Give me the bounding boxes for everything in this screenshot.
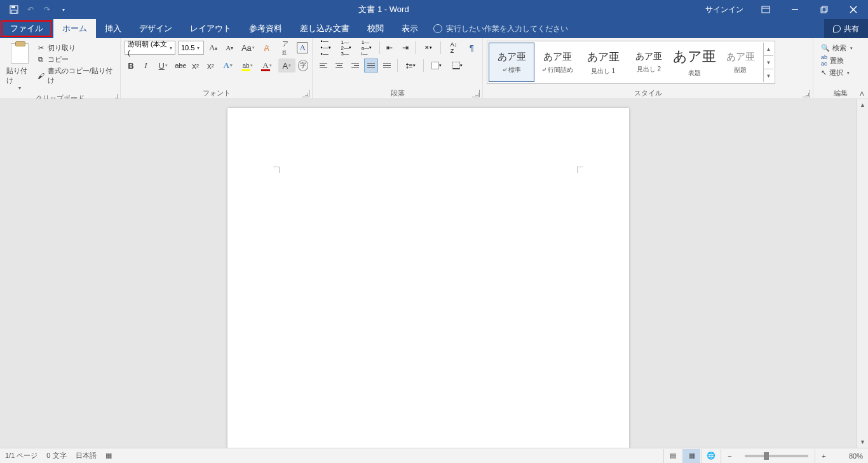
char-border-button[interactable]: A — [297, 42, 308, 53]
clear-formatting-button[interactable]: A̷ — [260, 41, 273, 55]
sort-button[interactable]: A↓Z — [444, 41, 463, 55]
style-subtitle[interactable]: あア亜副題 — [717, 43, 763, 82]
dialog-launcher-icon[interactable] — [472, 90, 480, 97]
svg-rect-1 — [11, 6, 15, 8]
save-icon[interactable] — [8, 3, 20, 16]
text-effects-button[interactable]: A▾ — [219, 59, 236, 73]
undo-icon[interactable]: ↶ — [24, 3, 37, 16]
superscript-button[interactable]: x2 — [205, 59, 217, 73]
dialog-launcher-icon[interactable] — [302, 90, 309, 97]
copy-button[interactable]: ⧉コピー — [36, 55, 115, 64]
styles-label: スタイル — [634, 88, 662, 98]
bold-button[interactable]: B — [125, 59, 137, 73]
gallery-down-icon[interactable]: ▼ — [764, 56, 773, 69]
document-page[interactable] — [227, 108, 629, 448]
show-marks-button[interactable]: ¶ — [465, 41, 478, 55]
read-mode-icon[interactable]: ▤ — [663, 449, 681, 463]
web-layout-icon[interactable]: 🌐 — [702, 449, 719, 463]
enclose-char-button[interactable]: 字 — [298, 60, 308, 71]
tab-layout[interactable]: レイアウト — [181, 19, 240, 38]
style-heading2[interactable]: あア亜見出し 2 — [626, 43, 672, 82]
borders-button[interactable]: ▾ — [448, 59, 467, 73]
share-button[interactable]: 共有 — [824, 19, 868, 38]
tab-review[interactable]: 校閲 — [358, 19, 393, 38]
zoom-in-button[interactable]: + — [815, 449, 832, 463]
multilevel-list-button[interactable]: 1— a— i—▾ — [357, 41, 376, 55]
gallery-more-icon[interactable]: ▼ — [764, 69, 773, 82]
group-paragraph: •—•—•—▾ 1—2—3—▾ 1— a— i—▾ ⇤ ⇥ ✕▾ A↓Z ¶ — [313, 38, 483, 99]
share-label: 共有 — [844, 24, 859, 34]
zoom-out-button[interactable]: − — [721, 449, 738, 463]
font-size-combo[interactable]: 10.5▾ — [178, 41, 204, 55]
subscript-button[interactable]: x2 — [189, 59, 202, 73]
scroll-down-icon[interactable]: ▼ — [857, 436, 868, 448]
vertical-scrollbar[interactable]: ▲ ▼ — [857, 99, 868, 448]
margin-corner-icon — [273, 167, 280, 173]
font-name-combo[interactable]: 游明朝 (本文(▾ — [125, 41, 175, 55]
line-spacing-button[interactable]: ‡≡▾ — [401, 59, 420, 73]
asian-layout-button[interactable]: ✕▾ — [419, 41, 437, 55]
replace-button[interactable]: abac置換 — [821, 54, 853, 67]
quick-access-toolbar: ↶ ↷ ▾ — [0, 3, 70, 16]
bullets-button[interactable]: •—•—•—▾ — [316, 41, 335, 55]
brush-icon: 🖌 — [36, 71, 44, 80]
grow-font-button[interactable]: A▴ — [207, 41, 220, 55]
increase-indent-button[interactable]: ⇥ — [398, 41, 412, 55]
tab-mailings[interactable]: 差し込み文書 — [291, 19, 358, 38]
style-heading1[interactable]: あア亜見出し 1 — [580, 43, 626, 82]
ribbon: 貼り付け ▾ ✂切り取り ⧉コピー 🖌書式のコピー/貼り付け クリップボード 游… — [0, 38, 868, 99]
cut-button[interactable]: ✂切り取り — [36, 43, 115, 53]
decrease-indent-button[interactable]: ⇤ — [383, 41, 396, 55]
format-painter-button[interactable]: 🖌書式のコピー/貼り付け — [36, 66, 115, 85]
distributed-button[interactable] — [380, 59, 394, 73]
tab-design[interactable]: デザイン — [130, 19, 181, 38]
maximize-icon[interactable] — [810, 0, 839, 19]
justify-button[interactable] — [364, 59, 378, 73]
zoom-slider[interactable] — [745, 455, 808, 457]
char-shading-button[interactable]: A▾ — [278, 59, 295, 73]
change-case-button[interactable]: Aa▾ — [239, 41, 257, 55]
style-nospacing[interactable]: あア亜⤶ 行間詰め — [534, 43, 580, 82]
paste-button[interactable]: 貼り付け ▾ — [4, 41, 35, 92]
collapse-ribbon-icon[interactable]: ᐱ — [860, 90, 864, 97]
signin-button[interactable]: サインイン — [698, 4, 751, 15]
highlight-button[interactable]: ab▾ — [239, 59, 256, 73]
gallery-up-icon[interactable]: ▲ — [764, 43, 773, 56]
zoom-level[interactable]: 80% — [834, 452, 863, 460]
page-count[interactable]: 1/1 ページ — [5, 451, 37, 460]
word-count[interactable]: 0 文字 — [46, 451, 66, 460]
tab-home[interactable]: ホーム — [53, 19, 96, 38]
chevron-down-icon: ▾ — [197, 45, 200, 51]
tab-insert[interactable]: 挿入 — [96, 19, 130, 38]
tab-references[interactable]: 参考資料 — [240, 19, 291, 38]
select-button[interactable]: ↖選択▾ — [821, 68, 853, 78]
phonetic-guide-button[interactable]: ア亜 — [276, 41, 294, 55]
shading-button[interactable]: ▾ — [427, 59, 446, 73]
underline-button[interactable]: U▾ — [154, 59, 172, 73]
italic-button[interactable]: I — [140, 59, 153, 73]
dialog-launcher-icon[interactable] — [803, 90, 810, 97]
align-center-button[interactable] — [332, 59, 346, 73]
language-status[interactable]: 日本語 — [76, 451, 97, 460]
redo-icon[interactable]: ↷ — [41, 3, 53, 16]
style-normal[interactable]: あア亜⤶ 標準 — [489, 43, 534, 82]
numbering-button[interactable]: 1—2—3—▾ — [337, 41, 355, 55]
style-title[interactable]: あア亜表題 — [672, 43, 717, 82]
group-clipboard: 貼り付け ▾ ✂切り取り ⧉コピー 🖌書式のコピー/貼り付け クリップボード — [0, 38, 121, 99]
find-button[interactable]: 🔍検索▾ — [821, 43, 853, 53]
ribbon-display-icon[interactable] — [751, 0, 780, 19]
tab-view[interactable]: 表示 — [393, 19, 427, 38]
strikethrough-button[interactable]: abc — [174, 59, 187, 73]
align-left-button[interactable] — [316, 59, 330, 73]
tab-file[interactable]: ファイル — [1, 20, 52, 37]
macro-status-icon[interactable]: ▦ — [105, 452, 112, 460]
scroll-up-icon[interactable]: ▲ — [857, 99, 868, 111]
print-layout-icon[interactable]: ▦ — [682, 449, 700, 463]
font-color-button[interactable]: A▾ — [259, 59, 276, 73]
shrink-font-button[interactable]: A▾ — [222, 41, 236, 55]
minimize-icon[interactable] — [780, 0, 810, 19]
qat-dropdown-icon[interactable]: ▾ — [57, 3, 70, 16]
tell-me-search[interactable]: 実行したい作業を入力してください — [433, 24, 568, 34]
close-icon[interactable] — [839, 0, 868, 19]
align-right-button[interactable] — [348, 59, 362, 73]
